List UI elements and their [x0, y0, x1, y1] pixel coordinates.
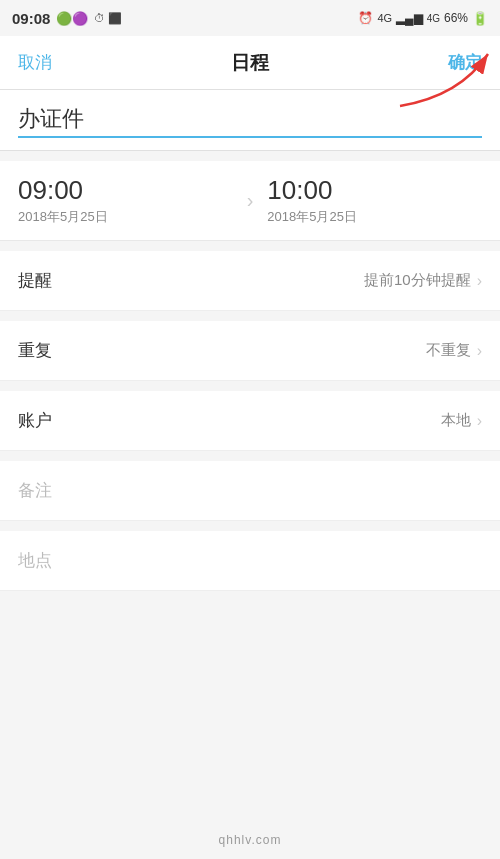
repeat-row[interactable]: 重复 不重复 ›	[0, 321, 500, 381]
confirm-button[interactable]: 确定	[448, 51, 482, 74]
reminder-chevron-icon: ›	[477, 272, 482, 290]
section-divider-5	[0, 451, 500, 461]
status-time: 09:08	[12, 10, 50, 27]
watermark: qhhlv.com	[0, 833, 500, 847]
section-divider-6	[0, 521, 500, 531]
status-right: ⏰ 4G ▂▄▆ 4G 66% 🔋	[358, 11, 488, 26]
status-icons: 🟢🟣	[56, 11, 88, 26]
repeat-right: 不重复 ›	[426, 341, 482, 360]
title-section	[0, 90, 500, 151]
end-time: 10:00	[267, 175, 482, 206]
battery-icon: 🔋	[472, 11, 488, 26]
start-time-block[interactable]: 09:00 2018年5月25日	[18, 175, 233, 226]
section-divider-2	[0, 241, 500, 251]
notes-section[interactable]: 备注	[0, 461, 500, 521]
repeat-label: 重复	[18, 339, 52, 362]
end-date: 2018年5月25日	[267, 208, 482, 226]
reminder-value: 提前10分钟提醒	[364, 271, 471, 290]
location-placeholder: 地点	[18, 551, 52, 570]
reminder-right: 提前10分钟提醒 ›	[364, 271, 482, 290]
end-time-block[interactable]: 10:00 2018年5月25日	[267, 175, 482, 226]
location-section[interactable]: 地点	[0, 531, 500, 591]
signal-4g-2: 4G	[427, 13, 440, 24]
section-divider-4	[0, 381, 500, 391]
start-time: 09:00	[18, 175, 233, 206]
account-value: 本地	[441, 411, 471, 430]
section-divider	[0, 151, 500, 161]
account-label: 账户	[18, 409, 52, 432]
notes-placeholder: 备注	[18, 481, 52, 500]
event-title-input[interactable]	[18, 106, 482, 138]
account-chevron-icon: ›	[477, 412, 482, 430]
repeat-value: 不重复	[426, 341, 471, 360]
signal-bars: ▂▄▆	[396, 11, 423, 25]
notification-icons: ⏱ ⬛	[94, 12, 122, 25]
page-title: 日程	[231, 50, 269, 76]
section-divider-3	[0, 311, 500, 321]
reminder-row[interactable]: 提醒 提前10分钟提醒 ›	[0, 251, 500, 311]
clock-icon: ⏰	[358, 11, 373, 25]
nav-bar: 取消 日程 确定	[0, 36, 500, 90]
start-date: 2018年5月25日	[18, 208, 233, 226]
cancel-button[interactable]: 取消	[18, 51, 52, 74]
time-section[interactable]: 09:00 2018年5月25日 › 10:00 2018年5月25日	[0, 161, 500, 241]
time-arrow-icon: ›	[233, 189, 268, 212]
account-right: 本地 ›	[441, 411, 482, 430]
reminder-label: 提醒	[18, 269, 52, 292]
battery: 66%	[444, 11, 468, 25]
status-left: 09:08 🟢🟣 ⏱ ⬛	[12, 10, 122, 27]
status-bar: 09:08 🟢🟣 ⏱ ⬛ ⏰ 4G ▂▄▆ 4G 66% 🔋	[0, 0, 500, 36]
signal-4g: 4G	[377, 12, 392, 24]
section-divider-7	[0, 591, 500, 791]
account-row[interactable]: 账户 本地 ›	[0, 391, 500, 451]
repeat-chevron-icon: ›	[477, 342, 482, 360]
